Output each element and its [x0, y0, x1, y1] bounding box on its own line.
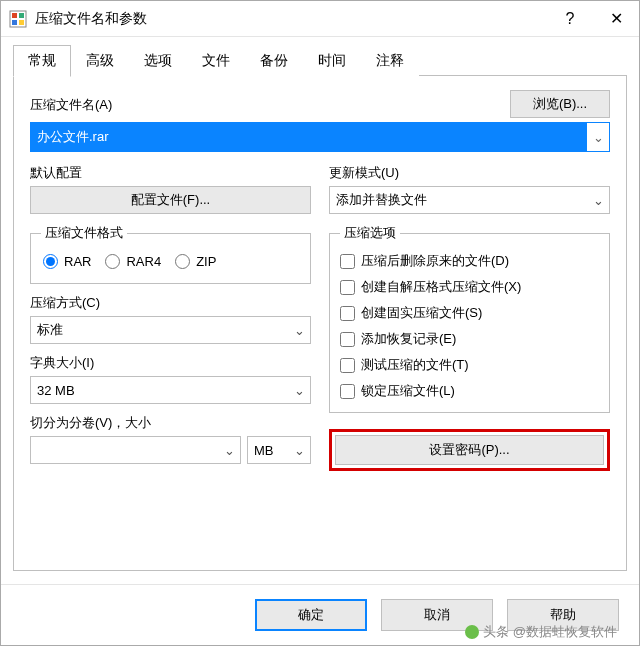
profiles-button[interactable]: 配置文件(F)... — [30, 186, 311, 214]
split-size-combo[interactable]: ⌄ — [30, 436, 241, 464]
svg-rect-4 — [19, 20, 24, 25]
options-group: 压缩选项 压缩后删除原来的文件(D) 创建自解压格式压缩文件(X) 创建固实压缩… — [329, 224, 610, 413]
tab-files[interactable]: 文件 — [187, 45, 245, 76]
ok-button[interactable]: 确定 — [255, 599, 367, 631]
format-label: 压缩文件格式 — [41, 224, 127, 242]
archive-name-combo[interactable]: 办公文件.rar ⌄ — [30, 122, 610, 152]
opt-lock[interactable]: 锁定压缩文件(L) — [340, 382, 599, 400]
dialog-body: 常规 高级 选项 文件 备份 时间 注释 压缩文件名(A) 浏览(B)... 办… — [1, 37, 639, 584]
watermark: 头条 @数据蛙恢复软件 — [465, 623, 617, 641]
chevron-down-icon[interactable]: ⌄ — [587, 130, 609, 145]
tab-options[interactable]: 选项 — [129, 45, 187, 76]
dialog-footer: 确定 取消 帮助 头条 @数据蛙恢复软件 — [1, 584, 639, 645]
format-zip[interactable]: ZIP — [175, 254, 216, 269]
dialog-window: 压缩文件名和参数 ? ✕ 常规 高级 选项 文件 备份 时间 注释 压缩文件名(… — [0, 0, 640, 646]
update-combo[interactable]: 添加并替换文件 ⌄ — [329, 186, 610, 214]
opt-solid[interactable]: 创建固实压缩文件(S) — [340, 304, 599, 322]
archive-name-value[interactable]: 办公文件.rar — [31, 123, 587, 151]
svg-rect-1 — [12, 13, 17, 18]
help-button[interactable]: ? — [547, 1, 593, 37]
opt-recovery[interactable]: 添加恢复记录(E) — [340, 330, 599, 348]
tab-panel-general: 压缩文件名(A) 浏览(B)... 办公文件.rar ⌄ 默认配置 配置文件(F… — [13, 75, 627, 571]
chevron-down-icon[interactable]: ⌄ — [218, 443, 240, 458]
update-value: 添加并替换文件 — [330, 191, 587, 209]
browse-button[interactable]: 浏览(B)... — [510, 90, 610, 118]
chevron-down-icon[interactable]: ⌄ — [587, 193, 609, 208]
dict-label: 字典大小(I) — [30, 354, 311, 372]
method-combo[interactable]: 标准 ⌄ — [30, 316, 311, 344]
tab-advanced[interactable]: 高级 — [71, 45, 129, 76]
tab-backup[interactable]: 备份 — [245, 45, 303, 76]
profile-label: 默认配置 — [30, 164, 311, 182]
set-password-button[interactable]: 设置密码(P)... — [335, 435, 604, 465]
split-label: 切分为分卷(V)，大小 — [30, 414, 311, 432]
opt-test[interactable]: 测试压缩的文件(T) — [340, 356, 599, 374]
split-unit-combo[interactable]: MB ⌄ — [247, 436, 311, 464]
format-rar[interactable]: RAR — [43, 254, 91, 269]
tab-comment[interactable]: 注释 — [361, 45, 419, 76]
dict-combo[interactable]: 32 MB ⌄ — [30, 376, 311, 404]
svg-rect-3 — [12, 20, 17, 25]
format-rar4[interactable]: RAR4 — [105, 254, 161, 269]
tab-strip: 常规 高级 选项 文件 备份 时间 注释 — [13, 45, 627, 76]
chevron-down-icon[interactable]: ⌄ — [288, 443, 310, 458]
opt-sfx[interactable]: 创建自解压格式压缩文件(X) — [340, 278, 599, 296]
tab-general[interactable]: 常规 — [13, 45, 71, 77]
method-value: 标准 — [31, 321, 288, 339]
dict-value: 32 MB — [31, 383, 288, 398]
update-label: 更新模式(U) — [329, 164, 610, 182]
method-label: 压缩方式(C) — [30, 294, 311, 312]
avatar-icon — [465, 625, 479, 639]
chevron-down-icon[interactable]: ⌄ — [288, 323, 310, 338]
titlebar: 压缩文件名和参数 ? ✕ — [1, 1, 639, 37]
watermark-text: 头条 @数据蛙恢复软件 — [483, 623, 617, 641]
svg-rect-2 — [19, 13, 24, 18]
archive-name-label: 压缩文件名(A) — [30, 96, 500, 114]
split-unit-value: MB — [248, 443, 288, 458]
chevron-down-icon[interactable]: ⌄ — [288, 383, 310, 398]
tab-time[interactable]: 时间 — [303, 45, 361, 76]
password-highlight: 设置密码(P)... — [329, 429, 610, 471]
window-title: 压缩文件名和参数 — [35, 10, 547, 28]
format-group: 压缩文件格式 RAR RAR4 ZIP — [30, 224, 311, 284]
app-icon — [9, 10, 27, 28]
opt-delete-after[interactable]: 压缩后删除原来的文件(D) — [340, 252, 599, 270]
close-button[interactable]: ✕ — [593, 1, 639, 37]
options-label: 压缩选项 — [340, 224, 400, 242]
